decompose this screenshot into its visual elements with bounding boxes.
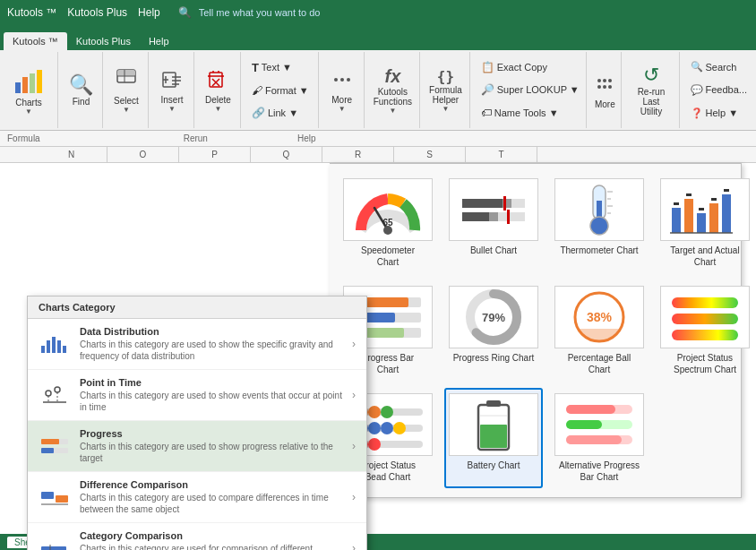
- app-name: Kutools ™: [7, 6, 56, 19]
- help-ribbon-icon: ❓: [691, 107, 703, 119]
- svg-rect-111: [486, 400, 501, 407]
- svg-point-20: [334, 78, 338, 82]
- point-in-time-title: Point in Time: [80, 377, 343, 388]
- svg-point-103: [381, 406, 393, 418]
- percentage-ball-thumb: 38%: [554, 286, 644, 348]
- dropdown-item-point-in-time[interactable]: Point in Time Charts in this category ar…: [28, 370, 366, 421]
- name-tools-button[interactable]: 🏷 Name Tools ▼: [477, 105, 581, 121]
- kutools-functions-label: KutoolsFunctions: [374, 87, 412, 107]
- svg-point-105: [368, 422, 381, 434]
- point-in-time-icon: [39, 382, 71, 408]
- more-formula-button[interactable]: More: [594, 54, 615, 126]
- chart-percentage-ball[interactable]: 38% Percentage BallChart: [550, 280, 649, 381]
- delete-button[interactable]: Delete ▼: [202, 54, 235, 126]
- dropdown-item-category-comparison[interactable]: Category Comparison Charts in this categ…: [28, 523, 366, 550]
- charts-category-dropdown: Charts Category Data Distribution Charts…: [27, 296, 367, 550]
- find-label: Find: [73, 97, 90, 107]
- chart-spectrum[interactable]: Project StatusSpectrum Chart: [656, 280, 754, 381]
- svg-rect-73: [684, 199, 693, 233]
- kutools-functions-button[interactable]: fx KutoolsFunctions ▼: [374, 54, 412, 126]
- svg-rect-95: [672, 297, 738, 308]
- text-button[interactable]: T Text ▼: [248, 59, 313, 76]
- diff-comparison-desc: Charts in this category are used to comp…: [80, 492, 343, 515]
- tab-help[interactable]: Help: [140, 32, 178, 50]
- svg-rect-30: [47, 340, 50, 353]
- search-ribbon-button[interactable]: 🔍 Search: [687, 59, 751, 74]
- svg-rect-32: [57, 340, 61, 353]
- tab-kutools-plus[interactable]: Kutools Plus: [67, 32, 140, 50]
- chart-alt-progress[interactable]: Alternative ProgressBar Chart: [550, 388, 649, 488]
- title-bar: Kutools ™ Kutools Plus Help 🔍 Tell me wh…: [0, 0, 756, 25]
- dropdown-header: Charts Category: [28, 296, 366, 319]
- more-icon: [330, 67, 355, 95]
- chart-thermometer[interactable]: Thermometer Chart: [550, 173, 649, 273]
- thermometer-label: Thermometer Chart: [560, 245, 638, 256]
- format-button[interactable]: 🖌 Format ▼: [248, 82, 313, 99]
- insert-button[interactable]: Insert ▼: [156, 54, 188, 126]
- rerun-section-label: Rerun: [184, 133, 208, 143]
- formula-helper-label: FormulaHelper: [429, 85, 462, 105]
- data-distribution-title: Data Distribution: [80, 326, 343, 337]
- category-comparison-title: Category Comparison: [80, 530, 343, 541]
- chart-battery[interactable]: Battery Chart: [444, 388, 543, 488]
- charts-button[interactable]: Charts ▼: [7, 64, 50, 117]
- rerun-button[interactable]: ↺ Re-runLast Utility: [631, 54, 671, 126]
- select-button[interactable]: Select ▼: [110, 54, 142, 126]
- svg-point-23: [597, 79, 601, 82]
- insert-label: Insert: [160, 95, 183, 105]
- help-ribbon-button[interactable]: ❓ Help ▼: [687, 106, 751, 121]
- delete-label: Delete: [205, 95, 231, 105]
- feedback-button[interactable]: 💬 Feedba...: [687, 82, 751, 98]
- svg-rect-43: [41, 492, 54, 499]
- svg-point-26: [603, 85, 606, 89]
- svg-point-27: [608, 79, 612, 82]
- exact-copy-button[interactable]: 📋 Exact Copy: [477, 59, 581, 75]
- chart-speedometer[interactable]: 65 SpeedometerChart: [339, 173, 437, 273]
- svg-text:38%: 38%: [587, 310, 613, 324]
- tab-kutools[interactable]: Kutools ™: [4, 32, 67, 50]
- svg-rect-44: [56, 495, 68, 503]
- delete-arrow: ▼: [214, 105, 221, 113]
- delete-icon: [205, 67, 230, 95]
- super-lookup-button[interactable]: 🔎 Super LOOKUP ▼: [477, 82, 581, 98]
- svg-rect-2: [30, 73, 35, 93]
- svg-point-37: [55, 387, 60, 392]
- svg-rect-0: [15, 82, 21, 93]
- kutools-functions-icon: fx: [384, 66, 400, 87]
- percentage-ball-label: Percentage BallChart: [568, 352, 631, 375]
- super-lookup-icon: 🔎: [481, 83, 494, 96]
- empty-slot: [656, 388, 754, 389]
- svg-text:79%: 79%: [482, 311, 505, 324]
- link-button[interactable]: 🔗 Link ▼: [248, 105, 313, 121]
- formula-helper-icon: {}: [437, 68, 454, 85]
- search-label[interactable]: Tell me what you want to do: [199, 7, 321, 18]
- category-comparison-icon: [39, 536, 71, 550]
- category-comparison-arrow: ›: [352, 542, 356, 550]
- help-tab[interactable]: Help: [138, 6, 160, 19]
- chart-progress-ring[interactable]: 79% Progress Ring Chart: [444, 280, 543, 381]
- dropdown-item-progress[interactable]: Progress Charts in this category are use…: [28, 421, 366, 472]
- bead-label: Project StatusBead Chart: [360, 460, 416, 483]
- progress-title: Progress: [80, 428, 343, 439]
- more-button[interactable]: More ▼: [326, 54, 358, 126]
- dropdown-item-data-distribution[interactable]: Data Distribution Charts in this categor…: [28, 319, 366, 370]
- more-formula-label: More: [595, 99, 615, 109]
- svg-point-107: [393, 422, 406, 434]
- svg-rect-112: [480, 425, 507, 448]
- dropdown-item-diff-comparison[interactable]: Difference Comparison Charts in this cat…: [28, 472, 366, 523]
- rerun-label: Re-runLast Utility: [631, 87, 671, 116]
- svg-rect-31: [52, 337, 56, 353]
- find-icon: 🔍: [69, 73, 93, 97]
- svg-rect-1: [22, 77, 28, 93]
- chart-target-actual[interactable]: Target and ActualChart: [656, 173, 754, 273]
- alt-progress-label: Alternative ProgressBar Chart: [559, 460, 640, 483]
- chart-bullet[interactable]: Bullet Chart: [444, 173, 543, 273]
- svg-rect-5: [117, 70, 135, 76]
- charts-icon: [13, 65, 45, 98]
- svg-rect-76: [699, 208, 704, 211]
- kutools-plus-tab[interactable]: Kutools Plus: [67, 6, 127, 19]
- charts-dropdown-arrow[interactable]: ▼: [25, 107, 32, 116]
- find-button[interactable]: 🔍 Find: [65, 54, 97, 126]
- svg-rect-3: [37, 70, 42, 93]
- formula-helper-button[interactable]: {} FormulaHelper ▼: [429, 54, 462, 126]
